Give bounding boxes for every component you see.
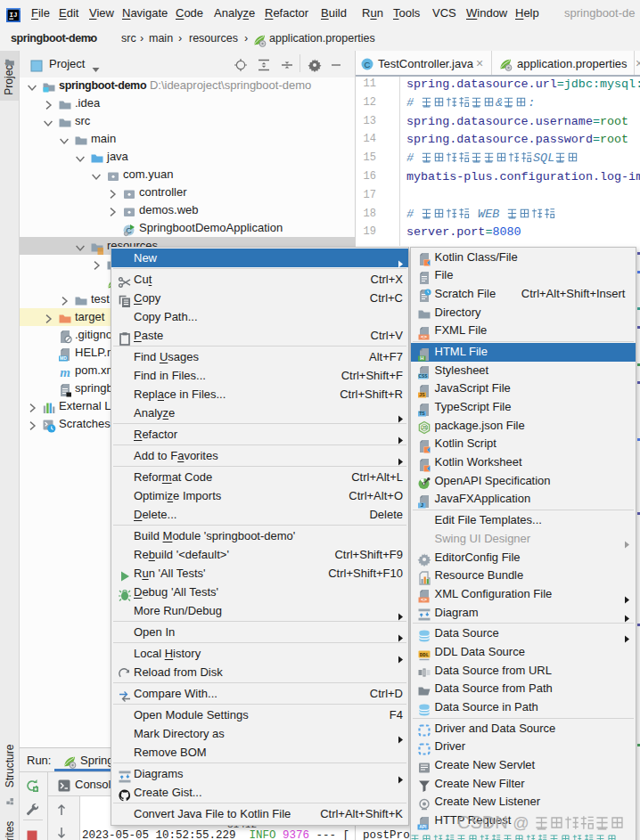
svg-text:H: H — [420, 355, 423, 361]
svg-text:API: API — [419, 825, 427, 829]
svg-text:CSS: CSS — [418, 374, 428, 379]
svg-text:J: J — [420, 502, 423, 508]
svg-text:MD: MD — [60, 355, 67, 361]
svg-text:m: m — [60, 365, 70, 379]
svg-text:JS: JS — [419, 392, 425, 397]
svg-text:<>: <> — [420, 334, 427, 339]
svg-text:DDL: DDL — [419, 652, 429, 658]
svg-text:<>: <> — [420, 598, 427, 603]
svg-text:TS: TS — [419, 411, 425, 416]
svg-text:C: C — [365, 59, 371, 69]
svg-text:IJ: IJ — [9, 12, 17, 19]
svg-text:JS: JS — [421, 425, 427, 430]
